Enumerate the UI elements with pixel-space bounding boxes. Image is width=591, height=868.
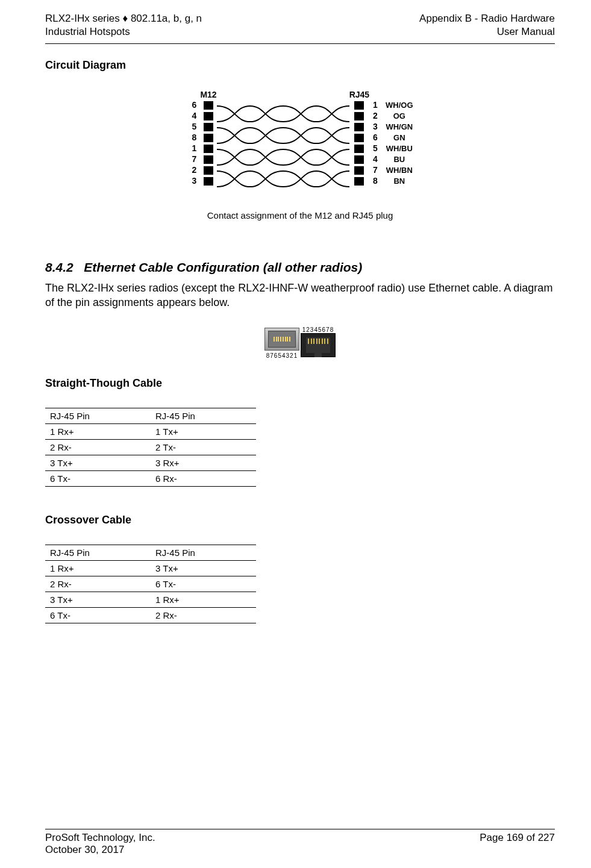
wire-color: OG	[383, 110, 413, 121]
wire-color: BU	[383, 154, 413, 164]
circuit-diagram-heading: Circuit Diagram	[45, 59, 555, 72]
rj45-block-icon	[354, 166, 364, 175]
wire-row: 5 3 WH/GN	[187, 121, 413, 132]
table-cell: 6 Tx-	[45, 470, 151, 486]
rj45-diagram: 87654321 12345678	[45, 325, 555, 359]
table-cell: 1 Rx+	[45, 423, 151, 439]
table-row: 1 Rx+1 Tx+	[45, 423, 256, 439]
wire-pair-icon	[217, 143, 349, 164]
page-header: RLX2-IHx series ♦ 802.11a, b, g, n Indus…	[45, 12, 555, 39]
m12-pin: 6	[187, 99, 200, 110]
rj45-pin: 7	[369, 164, 383, 175]
table-cell: 3 Tx+	[151, 560, 256, 576]
table-cell: 2 Rx-	[45, 439, 151, 455]
rj45-pin: 8	[369, 175, 383, 186]
section-number: 8.4.2	[45, 260, 73, 274]
header-product: RLX2-IHx series ♦ 802.11a, b, g, n	[45, 12, 202, 25]
table-cell: 2 Tx-	[151, 439, 256, 455]
m12-pin: 4	[187, 110, 200, 121]
m12-block-icon	[204, 145, 213, 153]
wire-color: WH/BU	[383, 143, 413, 154]
header-left: RLX2-IHx series ♦ 802.11a, b, g, n Indus…	[45, 12, 202, 39]
rj45-pin: 5	[369, 143, 383, 154]
footer-date: October 30, 2017	[45, 844, 155, 856]
footer-page-number: Page 169 of 227	[480, 832, 555, 856]
wire-pair-icon	[217, 121, 349, 143]
rj45-block-icon	[354, 155, 364, 164]
table-row: RJ-45 Pin RJ-45 Pin	[45, 545, 256, 560]
m12-pin: 3	[187, 175, 200, 186]
wire-row: 6 1 WH/OG	[187, 99, 413, 110]
footer-left: ProSoft Technology, Inc. October 30, 201…	[45, 832, 155, 856]
wire-pair-icon	[217, 99, 349, 121]
rj45-pin: 4	[369, 154, 383, 164]
m12-block-icon	[204, 134, 213, 142]
rj45-block-icon	[354, 123, 364, 131]
rj45-block-icon	[354, 112, 364, 120]
page-footer: ProSoft Technology, Inc. October 30, 201…	[45, 829, 555, 856]
table-cell: 2 Rx-	[45, 576, 151, 592]
footer-company: ProSoft Technology, Inc.	[45, 832, 155, 844]
header-doc-type: User Manual	[419, 25, 555, 39]
wire-color: BN	[383, 175, 413, 186]
table-row: 2 Rx-6 Tx-	[45, 576, 256, 592]
header-right: Appendix B - Radio Hardware User Manual	[419, 12, 555, 39]
table-row: 3 Tx+3 Rx+	[45, 455, 256, 470]
table-header: RJ-45 Pin	[45, 408, 151, 423]
table-row: 3 Tx+1 Rx+	[45, 592, 256, 607]
rj45-jack-icon	[301, 333, 336, 357]
m12-block-icon	[204, 155, 213, 164]
rj45-pin: 1	[369, 99, 383, 110]
straight-through-table: RJ-45 Pin RJ-45 Pin 1 Rx+1 Tx+2 Rx-2 Tx-…	[45, 408, 256, 487]
table-cell: 6 Rx-	[151, 470, 256, 486]
header-divider	[45, 43, 555, 44]
wire-color: GN	[383, 132, 413, 143]
table-cell: 1 Tx+	[151, 423, 256, 439]
footer-divider	[45, 829, 555, 829]
wire-color: WH/GN	[383, 121, 413, 132]
section-body: The RLX2-IHx series radios (except the R…	[45, 281, 555, 310]
header-subtitle: Industrial Hotspots	[45, 25, 202, 39]
rj45-pin: 2	[369, 110, 383, 121]
crossover-table: RJ-45 Pin RJ-45 Pin 1 Rx+3 Tx+2 Rx-6 Tx-…	[45, 545, 256, 623]
rj45-block-icon	[354, 101, 364, 110]
table-cell: 2 Rx-	[151, 607, 256, 623]
table-cell: 1 Rx+	[45, 560, 151, 576]
rj45-pin: 3	[369, 121, 383, 132]
table-header: RJ-45 Pin	[45, 545, 151, 560]
table-header: RJ-45 Pin	[151, 545, 256, 560]
header-appendix: Appendix B - Radio Hardware	[419, 12, 555, 25]
circuit-diagram: M12 RJ45 6 1 WH/OG 4 2 OG 5	[45, 90, 555, 221]
table-row: 6 Tx-2 Rx-	[45, 607, 256, 623]
crossover-heading: Crossover Cable	[45, 514, 555, 526]
rj45-block-icon	[354, 145, 364, 153]
table-row: RJ-45 Pin RJ-45 Pin	[45, 408, 256, 423]
table-cell: 1 Rx+	[151, 592, 256, 607]
m12-block-icon	[204, 166, 213, 175]
wire-color: WH/OG	[383, 99, 413, 110]
m12-block-icon	[204, 101, 213, 110]
wire-row: 2 7 WH/BN	[187, 164, 413, 175]
section-heading: 8.4.2 Ethernet Cable Configuration (all …	[45, 260, 555, 275]
table-cell: 3 Rx+	[151, 455, 256, 470]
table-header: RJ-45 Pin	[151, 408, 256, 423]
m12-block-icon	[204, 123, 213, 131]
rj45-plug-icon	[264, 325, 299, 352]
m12-pin: 7	[187, 154, 200, 164]
m12-block-icon	[204, 112, 213, 120]
table-cell: 3 Tx+	[45, 455, 151, 470]
m12-pin: 2	[187, 164, 200, 175]
m12-pin: 1	[187, 143, 200, 154]
rj45-pin: 6	[369, 132, 383, 143]
rj45-bottom-numbers: 87654321	[266, 352, 298, 359]
table-cell: 3 Tx+	[45, 592, 151, 607]
rj45-block-icon	[354, 177, 364, 186]
wire-row: 1 5 WH/BU	[187, 143, 413, 154]
wire-pair-icon	[217, 164, 349, 186]
rj45-block-icon	[354, 134, 364, 142]
m12-pin: 8	[187, 132, 200, 143]
rj45-top-numbers: 12345678	[302, 326, 334, 333]
table-row: 2 Rx-2 Tx-	[45, 439, 256, 455]
page-content: Circuit Diagram M12 RJ45 6 1 WH/OG 4	[45, 59, 555, 623]
table-row: 6 Tx-6 Rx-	[45, 470, 256, 486]
